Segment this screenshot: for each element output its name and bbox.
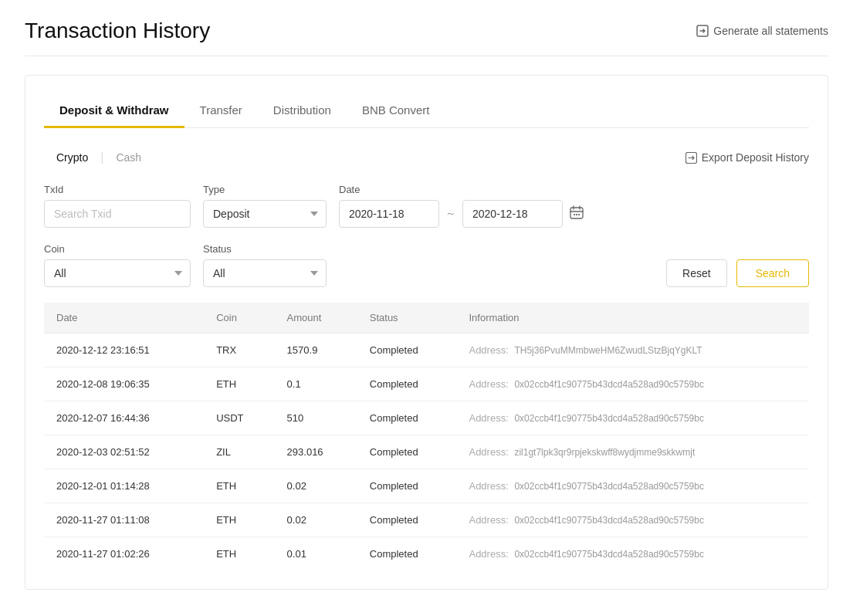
transactions-table-container: Date Coin Amount Status Information 2020… xyxy=(44,303,809,570)
tab-bnb-convert[interactable]: BNB Convert xyxy=(347,94,445,128)
export-icon xyxy=(696,25,709,37)
page-header: Transaction History Generate all stateme… xyxy=(25,19,828,56)
generate-statements-button[interactable]: Generate all statements xyxy=(696,25,828,37)
addr-value: 0x02ccb4f1c90775b43dcd4a528ad90c5759bc xyxy=(514,481,704,492)
cell-coin: TRX xyxy=(204,333,274,367)
coin-select[interactable]: All BTC ETH TRX USDT ZIL BNB xyxy=(44,259,191,287)
table-row: 2020-12-08 19:06:35 ETH 0.1 Completed Ad… xyxy=(44,367,809,401)
addr-value: zil1gt7lpk3qr9rpjekskwff8wydjmme9skkwmjt xyxy=(514,447,695,458)
table-row: 2020-12-03 02:51:52 ZIL 293.016 Complete… xyxy=(44,435,809,469)
cell-status: Completed xyxy=(357,469,457,503)
table-row: 2020-11-27 01:02:26 ETH 0.01 Completed A… xyxy=(44,537,809,571)
addr-value: 0x02ccb4f1c90775b43dcd4a528ad90c5759bc xyxy=(514,515,704,526)
cell-date: 2020-11-27 01:02:26 xyxy=(44,537,204,571)
cell-status: Completed xyxy=(357,435,457,469)
cell-information: Address: 0x02ccb4f1c90775b43dcd4a528ad90… xyxy=(456,537,809,571)
txid-filter-group: TxId xyxy=(44,184,191,228)
cell-date: 2020-12-01 01:14:28 xyxy=(44,469,204,503)
coin-label: Coin xyxy=(44,243,191,255)
col-information: Information xyxy=(456,303,809,333)
addr-label: Address: xyxy=(469,446,508,458)
generate-statements-label: Generate all statements xyxy=(713,25,828,37)
addr-label: Address: xyxy=(469,344,508,356)
date-label: Date xyxy=(339,184,584,195)
date-range: ～ xyxy=(339,200,584,228)
cell-coin: USDT xyxy=(204,401,274,435)
col-date: Date xyxy=(44,303,204,333)
date-from-input[interactable] xyxy=(339,200,439,228)
cell-information: Address: zil1gt7lpk3qr9rpjekskwff8wydjmm… xyxy=(456,435,809,469)
cell-date: 2020-12-12 23:16:51 xyxy=(44,333,204,367)
filter-actions: Reset Search xyxy=(666,259,809,287)
cell-information: Address: 0x02ccb4f1c90775b43dcd4a528ad90… xyxy=(456,469,809,503)
sub-tab-cash[interactable]: Cash xyxy=(103,147,154,168)
status-label: Status xyxy=(203,243,327,255)
addr-value: TH5j36PvuMMmbweHM6ZwudLStzBjqYgKLT xyxy=(514,345,702,356)
cell-date: 2020-12-03 02:51:52 xyxy=(44,435,204,469)
addr-label: Address: xyxy=(469,480,508,492)
cell-status: Completed xyxy=(357,333,457,367)
sub-tab-crypto[interactable]: Crypto xyxy=(44,147,100,168)
cell-coin: ETH xyxy=(204,469,274,503)
addr-label: Address: xyxy=(469,514,508,526)
date-to-input[interactable] xyxy=(462,200,563,228)
type-select[interactable]: Deposit Withdraw All xyxy=(203,200,327,228)
filters-section: TxId Type Deposit Withdraw All Date ～ xyxy=(44,184,809,228)
page-container: Transaction History Generate all stateme… xyxy=(0,0,853,608)
addr-label: Address: xyxy=(469,378,508,390)
cell-date: 2020-12-08 19:06:35 xyxy=(44,367,204,401)
reset-button[interactable]: Reset xyxy=(666,259,727,287)
cell-coin: ETH xyxy=(204,367,274,401)
export-deposit-label: Export Deposit History xyxy=(702,151,809,164)
cell-information: Address: 0x02ccb4f1c90775b43dcd4a528ad90… xyxy=(456,367,809,401)
cell-coin: ETH xyxy=(204,537,274,571)
table-row: 2020-12-01 01:14:28 ETH 0.02 Completed A… xyxy=(44,469,809,503)
table-row: 2020-12-12 23:16:51 TRX 1570.9 Completed… xyxy=(44,333,809,367)
txid-label: TxId xyxy=(44,184,191,195)
main-card: Deposit & Withdraw Transfer Distribution… xyxy=(25,75,828,590)
status-filter-group: Status All Completed Pending Failed xyxy=(203,243,327,287)
cell-status: Completed xyxy=(357,401,457,435)
table-body: 2020-12-12 23:16:51 TRX 1570.9 Completed… xyxy=(44,333,809,571)
sub-tabs-left: Crypto | Cash xyxy=(44,147,154,168)
addr-value: 0x02ccb4f1c90775b43dcd4a528ad90c5759bc xyxy=(514,549,704,560)
date-filter-group: Date ～ xyxy=(339,184,584,228)
cell-amount: 0.01 xyxy=(275,537,357,571)
tab-transfer[interactable]: Transfer xyxy=(184,94,258,128)
addr-value: 0x02ccb4f1c90775b43dcd4a528ad90c5759bc xyxy=(514,413,704,424)
sub-tabs-bar: Crypto | Cash Export Deposit History xyxy=(44,147,809,168)
cell-amount: 0.02 xyxy=(275,469,357,503)
calendar-icon[interactable] xyxy=(569,205,584,224)
svg-rect-2 xyxy=(570,208,583,218)
cell-coin: ETH xyxy=(204,503,274,537)
cell-status: Completed xyxy=(357,503,457,537)
addr-label: Address: xyxy=(469,548,508,560)
coin-filter-group: Coin All BTC ETH TRX USDT ZIL BNB xyxy=(44,243,191,287)
type-label: Type xyxy=(203,184,327,195)
main-tabs: Deposit & Withdraw Transfer Distribution… xyxy=(44,94,809,128)
cell-status: Completed xyxy=(357,537,457,571)
cell-information: Address: 0x02ccb4f1c90775b43dcd4a528ad90… xyxy=(456,401,809,435)
tab-distribution[interactable]: Distribution xyxy=(258,94,347,128)
transactions-table: Date Coin Amount Status Information 2020… xyxy=(44,303,809,570)
txid-input[interactable] xyxy=(44,200,191,228)
cell-information: Address: TH5j36PvuMMmbweHM6ZwudLStzBjqYg… xyxy=(456,333,809,367)
table-row: 2020-12-07 16:44:36 USDT 510 Completed A… xyxy=(44,401,809,435)
cell-information: Address: 0x02ccb4f1c90775b43dcd4a528ad90… xyxy=(456,503,809,537)
cell-date: 2020-12-07 16:44:36 xyxy=(44,401,204,435)
cell-amount: 0.1 xyxy=(275,367,357,401)
col-status: Status xyxy=(357,303,457,333)
table-header-row: Date Coin Amount Status Information xyxy=(44,303,809,333)
col-amount: Amount xyxy=(275,303,357,333)
search-button[interactable]: Search xyxy=(736,259,809,287)
svg-rect-4 xyxy=(576,214,577,215)
filters-row2: Coin All BTC ETH TRX USDT ZIL BNB Status… xyxy=(44,243,809,287)
export-deposit-history-button[interactable]: Export Deposit History xyxy=(685,151,809,164)
col-coin: Coin xyxy=(204,303,274,333)
cell-amount: 510 xyxy=(275,401,357,435)
tab-deposit-withdraw[interactable]: Deposit & Withdraw xyxy=(44,94,184,128)
date-separator: ～ xyxy=(445,207,456,221)
addr-value: 0x02ccb4f1c90775b43dcd4a528ad90c5759bc xyxy=(514,379,704,390)
status-select[interactable]: All Completed Pending Failed xyxy=(203,259,327,287)
cell-amount: 293.016 xyxy=(275,435,357,469)
